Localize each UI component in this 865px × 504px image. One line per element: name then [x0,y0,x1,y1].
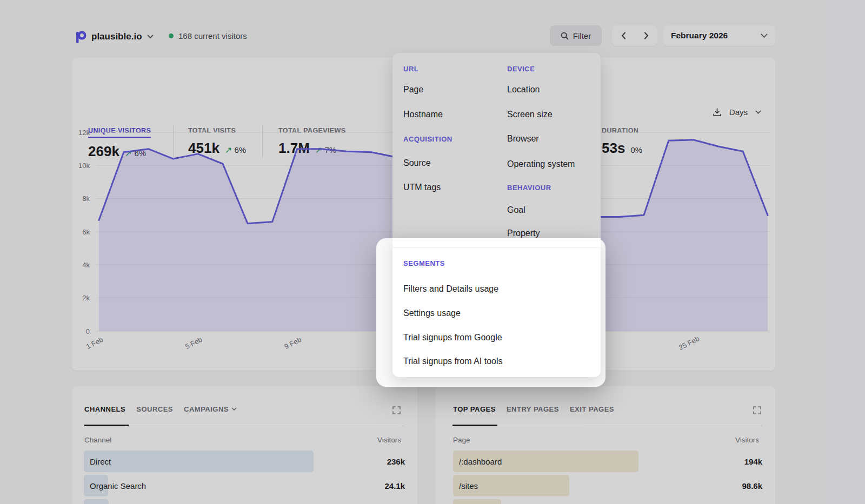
menu-divider [392,247,601,247]
segments-menu-section: SEGMENTS Filters and Details usage Setti… [392,238,601,377]
segment-item-trial-signups-google[interactable]: Trial signups from Google [403,333,502,342]
segment-item-settings-usage[interactable]: Settings usage [403,308,461,318]
segments-section-title: SEGMENTS [403,259,445,267]
segment-item-trial-signups-ai-tools[interactable]: Trial signups from AI tools [403,357,502,366]
segment-item-filters-details-usage[interactable]: Filters and Details usage [403,284,498,294]
